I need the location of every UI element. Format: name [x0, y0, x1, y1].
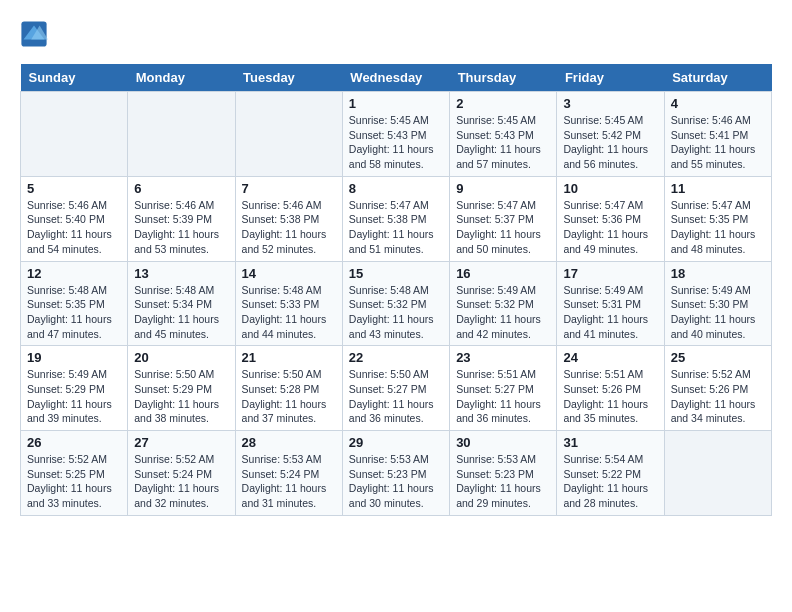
calendar-cell	[128, 92, 235, 177]
weekday-header: Monday	[128, 64, 235, 92]
day-number: 30	[456, 435, 550, 450]
calendar-cell: 21Sunrise: 5:50 AM Sunset: 5:28 PM Dayli…	[235, 346, 342, 431]
calendar-cell: 2Sunrise: 5:45 AM Sunset: 5:43 PM Daylig…	[450, 92, 557, 177]
calendar-cell: 14Sunrise: 5:48 AM Sunset: 5:33 PM Dayli…	[235, 261, 342, 346]
day-info: Sunrise: 5:46 AM Sunset: 5:41 PM Dayligh…	[671, 113, 765, 172]
day-number: 7	[242, 181, 336, 196]
calendar-cell: 6Sunrise: 5:46 AM Sunset: 5:39 PM Daylig…	[128, 176, 235, 261]
day-number: 9	[456, 181, 550, 196]
day-info: Sunrise: 5:45 AM Sunset: 5:43 PM Dayligh…	[349, 113, 443, 172]
day-number: 1	[349, 96, 443, 111]
calendar-cell: 22Sunrise: 5:50 AM Sunset: 5:27 PM Dayli…	[342, 346, 449, 431]
calendar-cell: 13Sunrise: 5:48 AM Sunset: 5:34 PM Dayli…	[128, 261, 235, 346]
day-info: Sunrise: 5:52 AM Sunset: 5:25 PM Dayligh…	[27, 452, 121, 511]
day-info: Sunrise: 5:47 AM Sunset: 5:36 PM Dayligh…	[563, 198, 657, 257]
day-info: Sunrise: 5:49 AM Sunset: 5:32 PM Dayligh…	[456, 283, 550, 342]
calendar-cell: 9Sunrise: 5:47 AM Sunset: 5:37 PM Daylig…	[450, 176, 557, 261]
day-info: Sunrise: 5:46 AM Sunset: 5:39 PM Dayligh…	[134, 198, 228, 257]
day-number: 24	[563, 350, 657, 365]
day-info: Sunrise: 5:47 AM Sunset: 5:37 PM Dayligh…	[456, 198, 550, 257]
day-info: Sunrise: 5:45 AM Sunset: 5:42 PM Dayligh…	[563, 113, 657, 172]
day-number: 12	[27, 266, 121, 281]
calendar-table: SundayMondayTuesdayWednesdayThursdayFrid…	[20, 64, 772, 516]
day-info: Sunrise: 5:45 AM Sunset: 5:43 PM Dayligh…	[456, 113, 550, 172]
calendar-cell: 29Sunrise: 5:53 AM Sunset: 5:23 PM Dayli…	[342, 431, 449, 516]
day-info: Sunrise: 5:46 AM Sunset: 5:40 PM Dayligh…	[27, 198, 121, 257]
day-info: Sunrise: 5:49 AM Sunset: 5:30 PM Dayligh…	[671, 283, 765, 342]
day-number: 13	[134, 266, 228, 281]
day-info: Sunrise: 5:50 AM Sunset: 5:27 PM Dayligh…	[349, 367, 443, 426]
calendar-cell: 16Sunrise: 5:49 AM Sunset: 5:32 PM Dayli…	[450, 261, 557, 346]
day-number: 5	[27, 181, 121, 196]
day-info: Sunrise: 5:48 AM Sunset: 5:35 PM Dayligh…	[27, 283, 121, 342]
day-info: Sunrise: 5:52 AM Sunset: 5:24 PM Dayligh…	[134, 452, 228, 511]
calendar-week-row: 12Sunrise: 5:48 AM Sunset: 5:35 PM Dayli…	[21, 261, 772, 346]
day-number: 25	[671, 350, 765, 365]
calendar-cell: 20Sunrise: 5:50 AM Sunset: 5:29 PM Dayli…	[128, 346, 235, 431]
day-number: 15	[349, 266, 443, 281]
calendar-cell: 12Sunrise: 5:48 AM Sunset: 5:35 PM Dayli…	[21, 261, 128, 346]
calendar-cell	[235, 92, 342, 177]
day-number: 31	[563, 435, 657, 450]
calendar-cell: 30Sunrise: 5:53 AM Sunset: 5:23 PM Dayli…	[450, 431, 557, 516]
calendar-cell: 4Sunrise: 5:46 AM Sunset: 5:41 PM Daylig…	[664, 92, 771, 177]
logo	[20, 20, 50, 48]
day-info: Sunrise: 5:53 AM Sunset: 5:23 PM Dayligh…	[349, 452, 443, 511]
weekday-header: Tuesday	[235, 64, 342, 92]
day-number: 14	[242, 266, 336, 281]
calendar-cell: 26Sunrise: 5:52 AM Sunset: 5:25 PM Dayli…	[21, 431, 128, 516]
day-info: Sunrise: 5:53 AM Sunset: 5:23 PM Dayligh…	[456, 452, 550, 511]
day-number: 4	[671, 96, 765, 111]
day-info: Sunrise: 5:50 AM Sunset: 5:29 PM Dayligh…	[134, 367, 228, 426]
day-info: Sunrise: 5:49 AM Sunset: 5:31 PM Dayligh…	[563, 283, 657, 342]
day-info: Sunrise: 5:47 AM Sunset: 5:35 PM Dayligh…	[671, 198, 765, 257]
calendar-cell	[664, 431, 771, 516]
calendar-cell: 11Sunrise: 5:47 AM Sunset: 5:35 PM Dayli…	[664, 176, 771, 261]
day-info: Sunrise: 5:53 AM Sunset: 5:24 PM Dayligh…	[242, 452, 336, 511]
day-number: 2	[456, 96, 550, 111]
day-info: Sunrise: 5:48 AM Sunset: 5:33 PM Dayligh…	[242, 283, 336, 342]
calendar-week-row: 1Sunrise: 5:45 AM Sunset: 5:43 PM Daylig…	[21, 92, 772, 177]
calendar-cell: 5Sunrise: 5:46 AM Sunset: 5:40 PM Daylig…	[21, 176, 128, 261]
day-number: 10	[563, 181, 657, 196]
weekday-header: Friday	[557, 64, 664, 92]
day-info: Sunrise: 5:47 AM Sunset: 5:38 PM Dayligh…	[349, 198, 443, 257]
day-number: 17	[563, 266, 657, 281]
day-number: 27	[134, 435, 228, 450]
day-number: 3	[563, 96, 657, 111]
calendar-cell: 10Sunrise: 5:47 AM Sunset: 5:36 PM Dayli…	[557, 176, 664, 261]
calendar-cell: 8Sunrise: 5:47 AM Sunset: 5:38 PM Daylig…	[342, 176, 449, 261]
day-number: 20	[134, 350, 228, 365]
day-number: 23	[456, 350, 550, 365]
day-number: 11	[671, 181, 765, 196]
logo-icon	[20, 20, 48, 48]
day-info: Sunrise: 5:49 AM Sunset: 5:29 PM Dayligh…	[27, 367, 121, 426]
calendar-body: 1Sunrise: 5:45 AM Sunset: 5:43 PM Daylig…	[21, 92, 772, 516]
day-info: Sunrise: 5:48 AM Sunset: 5:32 PM Dayligh…	[349, 283, 443, 342]
calendar-cell: 19Sunrise: 5:49 AM Sunset: 5:29 PM Dayli…	[21, 346, 128, 431]
weekday-row: SundayMondayTuesdayWednesdayThursdayFrid…	[21, 64, 772, 92]
calendar-cell: 27Sunrise: 5:52 AM Sunset: 5:24 PM Dayli…	[128, 431, 235, 516]
day-info: Sunrise: 5:48 AM Sunset: 5:34 PM Dayligh…	[134, 283, 228, 342]
calendar-cell: 7Sunrise: 5:46 AM Sunset: 5:38 PM Daylig…	[235, 176, 342, 261]
calendar-cell	[21, 92, 128, 177]
calendar-cell: 17Sunrise: 5:49 AM Sunset: 5:31 PM Dayli…	[557, 261, 664, 346]
calendar-cell: 3Sunrise: 5:45 AM Sunset: 5:42 PM Daylig…	[557, 92, 664, 177]
day-number: 19	[27, 350, 121, 365]
weekday-header: Saturday	[664, 64, 771, 92]
day-number: 22	[349, 350, 443, 365]
day-number: 6	[134, 181, 228, 196]
calendar-cell: 31Sunrise: 5:54 AM Sunset: 5:22 PM Dayli…	[557, 431, 664, 516]
calendar-cell: 23Sunrise: 5:51 AM Sunset: 5:27 PM Dayli…	[450, 346, 557, 431]
day-info: Sunrise: 5:51 AM Sunset: 5:27 PM Dayligh…	[456, 367, 550, 426]
day-number: 18	[671, 266, 765, 281]
day-info: Sunrise: 5:51 AM Sunset: 5:26 PM Dayligh…	[563, 367, 657, 426]
day-number: 28	[242, 435, 336, 450]
calendar-cell: 28Sunrise: 5:53 AM Sunset: 5:24 PM Dayli…	[235, 431, 342, 516]
day-info: Sunrise: 5:50 AM Sunset: 5:28 PM Dayligh…	[242, 367, 336, 426]
weekday-header: Wednesday	[342, 64, 449, 92]
calendar-week-row: 26Sunrise: 5:52 AM Sunset: 5:25 PM Dayli…	[21, 431, 772, 516]
calendar-cell: 18Sunrise: 5:49 AM Sunset: 5:30 PM Dayli…	[664, 261, 771, 346]
day-info: Sunrise: 5:52 AM Sunset: 5:26 PM Dayligh…	[671, 367, 765, 426]
weekday-header: Sunday	[21, 64, 128, 92]
